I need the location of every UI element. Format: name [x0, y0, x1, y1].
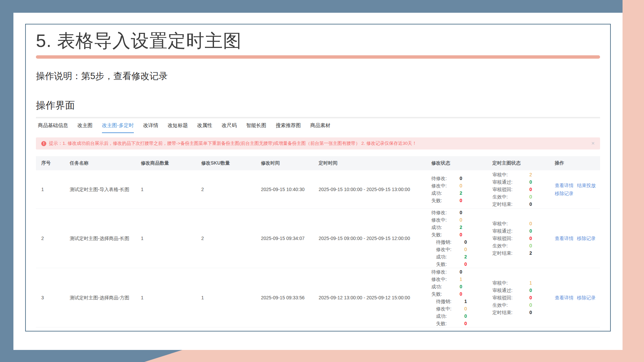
cell-product-count: 1 [136, 186, 196, 193]
status-label: 待修改: [431, 209, 447, 216]
tab-change-detail[interactable]: 改详情 [143, 122, 158, 133]
status-label: 修改中: [431, 276, 447, 283]
status-value: 0 [460, 268, 462, 276]
revoke-status-column: 待撤销:1 修改中:0 成功:0 失败:0 [436, 298, 467, 327]
tab-change-short-title[interactable]: 改短标题 [168, 122, 188, 133]
table-row: 2 测试定时主图-选择商品-长图 1 2 2025-09-15 09:34:07… [36, 209, 600, 268]
slide-card: 5. 表格导入设置定时主图 操作说明：第5步，查看修改记录 操作界面 商品基础信… [13, 13, 623, 350]
status-label: 审核驳回: [492, 235, 513, 242]
status-value: 1 [529, 279, 532, 287]
cell-modify-time: 2025-09-15 09:33:56 [256, 294, 313, 301]
status-line: 审核通过:0 [492, 227, 532, 235]
cell-schedule-status: 审核中:0 审核通过:0 审核驳回:0 生效中:0 定时结束:2 [487, 220, 549, 257]
cell-schedule-status: 审核中:2 审核通过:0 审核驳回:0 生效中:0 定时结束:0 [487, 171, 549, 208]
action-end-delivery[interactable]: 结束投放 [577, 183, 596, 188]
action-view-details[interactable]: 查看详情 [555, 236, 574, 241]
status-line: 定时结束:0 [492, 309, 532, 316]
cell-schedule-status: 审核中:1 审核通过:0 审核驳回:0 生效中:0 定时结束:0 [487, 279, 549, 316]
status-value: 0 [529, 242, 532, 249]
status-value: 0 [529, 301, 532, 309]
table-row: 1 测试定时主图-导入表格-长图 1 2 2025-09-15 10:40:30… [36, 170, 600, 209]
header-actions: 操作 [549, 156, 600, 170]
status-label: 待撤销: [436, 238, 451, 246]
tab-change-main-image[interactable]: 改主图 [77, 122, 93, 133]
status-value: 0 [529, 200, 532, 208]
status-line: 待修改:0 [431, 209, 462, 216]
status-label: 修改中: [436, 246, 451, 253]
status-line: 修改中:0 [436, 246, 467, 253]
status-line: 修改中:1 [431, 276, 462, 283]
status-value: 2 [460, 189, 462, 197]
status-value: 0 [460, 231, 462, 238]
action-view-details[interactable]: 查看详情 [555, 295, 574, 300]
bottom-salmon-band [144, 349, 644, 362]
cell-product-count: 1 [136, 235, 196, 242]
tab-product-basic-info[interactable]: 商品基础信息 [38, 122, 68, 133]
status-line: 待撤销:1 [436, 298, 467, 305]
tab-change-main-image-multi-timer[interactable]: 改主图-多定时 [102, 122, 134, 133]
tab-product-material[interactable]: 商品素材 [310, 122, 330, 133]
status-label: 待撤销: [436, 298, 451, 305]
status-value: 0 [460, 290, 462, 298]
header-task-name: 任务名称 [64, 156, 136, 170]
status-line: 生效中:0 [492, 193, 532, 200]
title-underline [36, 55, 600, 59]
cell-sku-count: 1 [196, 294, 256, 301]
cell-task-name: 测试定时主图-选择商品-方图 [64, 294, 136, 301]
exclamation-circle-icon: ! [41, 141, 46, 146]
cell-seq: 2 [36, 235, 64, 242]
schedule-status-column: 审核中:0 审核通过:0 审核驳回:0 生效中:0 定时结束:2 [492, 220, 532, 257]
status-value: 0 [529, 220, 532, 227]
status-line: 失败:0 [431, 231, 462, 238]
header-modify-time: 修改时间 [256, 156, 313, 170]
status-label: 定时结束: [492, 309, 513, 316]
status-value: 0 [464, 312, 467, 320]
status-value: 0 [460, 283, 462, 290]
status-label: 定时结束: [492, 200, 513, 208]
status-line: 审核通过:0 [492, 287, 532, 294]
status-line: 审核中:0 [492, 220, 532, 227]
action-remove-record[interactable]: 移除记录 [577, 236, 596, 241]
cell-actions: 查看详情移除记录 [549, 294, 600, 302]
content-frame: 5. 表格导入设置定时主图 操作说明：第5步，查看修改记录 操作界面 商品基础信… [25, 24, 611, 331]
status-line: 修改中:0 [436, 305, 467, 312]
schedule-status-column: 审核中:1 审核通过:0 审核驳回:0 生效中:0 定时结束:0 [492, 279, 532, 316]
cell-actions: 查看详情结束投放移除记录 [549, 181, 600, 197]
records-table: 序号 任务名称 修改商品数量 修改SKU数量 修改时间 定时时间 修改状态 定时… [36, 156, 600, 331]
table-row: 4 测试多定时主图-商品选择-方图 1 6 2025-09-12 10:42:0… [36, 327, 600, 331]
status-value: 0 [529, 294, 532, 301]
status-value: 0 [464, 320, 467, 327]
status-line: 审核驳回:0 [492, 186, 532, 193]
status-line: 修改中:0 [431, 182, 462, 189]
alert-banner: ! 提示：1. 修改成功前台展示后，修改的品下次打腰带之前，腰带->备份主图菜单… [36, 137, 600, 149]
status-label: 失败: [436, 320, 447, 327]
status-value: 0 [529, 235, 532, 242]
status-value: 0 [460, 175, 462, 182]
header-main-image-status: 定时主图状态 [487, 156, 549, 170]
header-product-count: 修改商品数量 [136, 156, 196, 170]
status-value: 0 [529, 178, 532, 186]
status-line: 失败:0 [431, 290, 462, 298]
modify-status-column: 待修改:0 修改中:0 成功:2 失败:0 [431, 175, 462, 204]
status-label: 修改中: [431, 216, 447, 224]
status-line: 成功:2 [431, 224, 462, 231]
status-label: 成功: [436, 253, 447, 260]
action-remove-record[interactable]: 移除记录 [555, 191, 574, 196]
tab-smart-long-image[interactable]: 智能长图 [246, 122, 266, 133]
header-schedule-time: 定时时间 [313, 156, 426, 170]
right-salmon-strip [623, 0, 644, 362]
status-label: 审核驳回: [492, 294, 513, 301]
tab-change-attribute[interactable]: 改属性 [197, 122, 212, 133]
alert-close-icon[interactable]: × [587, 140, 595, 147]
tab-change-size[interactable]: 改尺码 [222, 122, 237, 133]
slide-background: 5. 表格导入设置定时主图 操作说明：第5步，查看修改记录 操作界面 商品基础信… [0, 0, 644, 362]
tab-search-recommend-image[interactable]: 搜索推荐图 [276, 122, 301, 133]
cell-modify-status: 待修改:0 修改中:0 成功:2 失败:0 [426, 175, 487, 204]
status-label: 失败: [431, 290, 442, 298]
status-label: 失败: [431, 231, 442, 238]
status-line: 成功:2 [436, 253, 467, 260]
status-label: 失败: [431, 197, 442, 204]
status-value: 0 [529, 227, 532, 235]
action-remove-record[interactable]: 移除记录 [577, 295, 596, 300]
action-view-details[interactable]: 查看详情 [555, 183, 574, 188]
